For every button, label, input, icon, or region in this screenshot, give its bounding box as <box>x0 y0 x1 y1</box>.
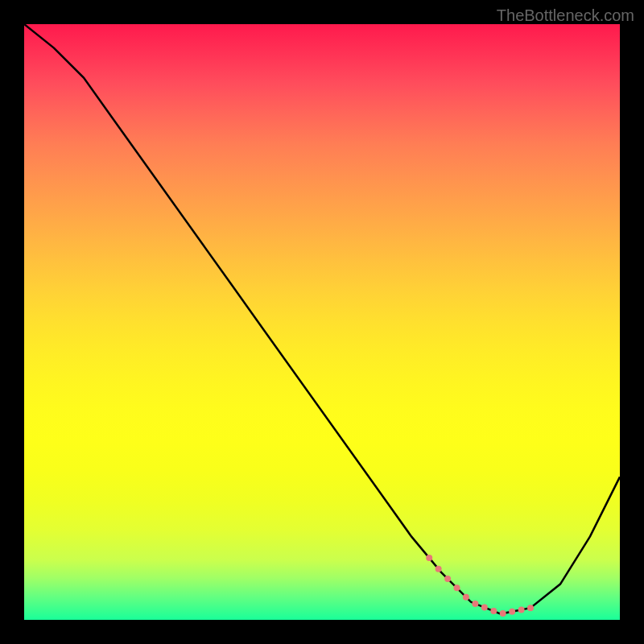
svg-point-2 <box>444 576 451 582</box>
svg-point-4 <box>463 594 469 601</box>
svg-point-0 <box>426 555 432 561</box>
svg-point-7 <box>490 608 497 614</box>
watermark-text: TheBottleneck.com <box>497 6 634 25</box>
svg-point-8 <box>500 610 506 617</box>
svg-point-9 <box>509 609 515 615</box>
svg-point-6 <box>481 605 488 611</box>
svg-point-5 <box>472 601 478 607</box>
svg-point-1 <box>436 566 442 572</box>
svg-point-11 <box>527 605 534 611</box>
svg-point-10 <box>518 607 525 613</box>
chart-area <box>24 24 620 620</box>
svg-point-3 <box>454 584 460 591</box>
bottleneck-curve <box>24 24 620 620</box>
